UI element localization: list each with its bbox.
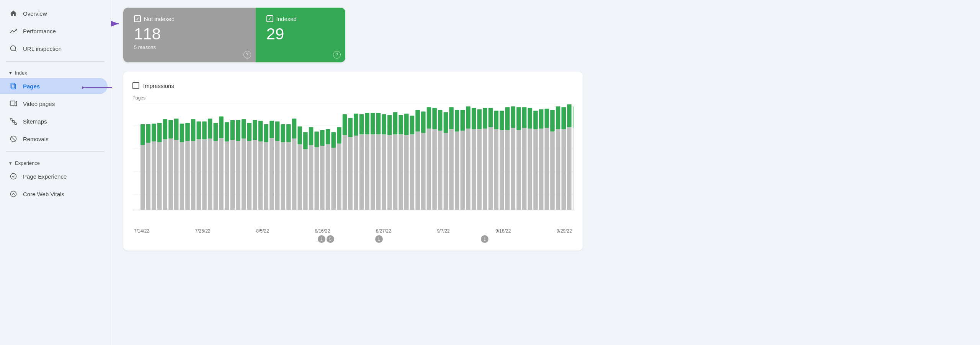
- x-label-7: 9/29/22: [557, 228, 572, 234]
- svg-rect-160: [511, 107, 516, 128]
- svg-rect-179: [567, 127, 572, 210]
- chart-area: 150 100 50 0: [132, 103, 573, 218]
- svg-rect-133: [438, 131, 443, 210]
- sidebar-item-url-inspection[interactable]: URL inspection: [0, 41, 108, 57]
- svg-rect-110: [371, 113, 375, 134]
- svg-rect-36: [163, 119, 168, 139]
- svg-rect-164: [522, 107, 527, 128]
- divider-1: [6, 61, 105, 62]
- badge-1-8-16: 1: [318, 235, 325, 243]
- impressions-checkbox[interactable]: [132, 82, 139, 89]
- svg-rect-102: [348, 118, 353, 137]
- svg-rect-89: [314, 147, 319, 210]
- svg-rect-35: [163, 139, 168, 210]
- svg-point-0: [11, 46, 16, 51]
- svg-rect-34: [157, 123, 162, 142]
- sidebar-item-performance[interactable]: Performance: [0, 23, 108, 39]
- svg-rect-95: [331, 148, 336, 210]
- svg-rect-39: [174, 140, 179, 210]
- svg-rect-180: [567, 104, 572, 127]
- svg-rect-49: [202, 139, 207, 210]
- svg-rect-167: [533, 129, 538, 210]
- svg-rect-79: [286, 142, 291, 210]
- overview-label: Overview: [23, 10, 47, 17]
- svg-rect-148: [477, 109, 482, 129]
- svg-rect-66: [247, 123, 252, 141]
- not-indexed-label-row: Not indexed: [134, 15, 243, 22]
- svg-rect-59: [230, 140, 235, 210]
- annotation-arrow-svg: [111, 19, 121, 28]
- x-axis-labels: 7/14/22 7/25/22 8/5/22 8/16/22 8/27/22 9…: [132, 228, 573, 234]
- indexed-help-button[interactable]: ?: [333, 51, 341, 59]
- svg-rect-82: [292, 119, 297, 138]
- svg-rect-98: [337, 127, 341, 144]
- svg-rect-157: [505, 130, 510, 210]
- not-indexed-label: Not indexed: [144, 16, 175, 22]
- x-label-1: 7/25/22: [195, 228, 211, 234]
- svg-line-9: [11, 120, 13, 121]
- svg-rect-124: [410, 116, 415, 135]
- indexed-check-icon: [266, 15, 273, 22]
- svg-rect-47: [197, 139, 201, 210]
- svg-rect-97: [337, 144, 341, 210]
- not-indexed-count: 118: [134, 25, 243, 43]
- svg-rect-182: [573, 107, 573, 128]
- x-label-6: 9/18/22: [495, 228, 511, 234]
- sitemaps-icon: [9, 117, 18, 125]
- svg-rect-156: [500, 111, 504, 130]
- svg-rect-141: [461, 131, 465, 210]
- annotation-8-16: 1 5: [318, 235, 334, 243]
- svg-rect-154: [494, 111, 499, 130]
- svg-rect-166: [528, 108, 532, 129]
- svg-rect-52: [208, 119, 212, 138]
- x-label-2: 8/5/22: [256, 228, 269, 234]
- svg-rect-37: [168, 139, 173, 210]
- svg-rect-90: [314, 132, 319, 147]
- svg-rect-76: [275, 122, 280, 141]
- svg-rect-177: [562, 129, 566, 210]
- svg-rect-58: [225, 122, 229, 142]
- sidebar-item-overview[interactable]: Overview: [0, 5, 108, 21]
- impressions-row: Impressions: [132, 82, 573, 89]
- svg-rect-131: [432, 129, 437, 210]
- chevron-down-icon-2: ▾: [9, 160, 12, 166]
- svg-rect-142: [461, 110, 465, 131]
- experience-section[interactable]: ▾ Experience: [0, 156, 111, 168]
- svg-rect-42: [180, 124, 185, 142]
- annotation-badges-row: 1 5 1 1: [132, 235, 573, 244]
- svg-rect-81: [292, 139, 297, 210]
- svg-rect-113: [382, 134, 386, 210]
- svg-rect-96: [331, 132, 336, 148]
- svg-rect-138: [449, 107, 454, 129]
- svg-rect-8: [15, 123, 16, 124]
- sidebar-item-removals[interactable]: Removals: [0, 131, 108, 147]
- sidebar-item-video-pages[interactable]: Video pages: [0, 96, 108, 112]
- svg-rect-70: [258, 121, 263, 142]
- svg-rect-144: [466, 107, 470, 129]
- not-indexed-check-icon: [134, 15, 141, 22]
- svg-rect-67: [253, 140, 257, 210]
- svg-rect-108: [365, 113, 369, 134]
- svg-rect-91: [320, 146, 325, 210]
- svg-rect-31: [152, 142, 156, 210]
- svg-rect-77: [281, 142, 285, 210]
- index-section[interactable]: ▾ Index: [0, 65, 111, 77]
- sidebar-item-core-web-vitals[interactable]: Core Web Vitals: [0, 186, 108, 202]
- svg-rect-174: [550, 110, 555, 132]
- svg-rect-140: [455, 110, 459, 132]
- x-label-5: 9/7/22: [437, 228, 449, 234]
- indexed-label-row: Indexed: [266, 15, 335, 22]
- chart-container: Impressions Pages 150 100 50 0: [123, 72, 583, 251]
- svg-rect-137: [449, 129, 454, 210]
- svg-rect-84: [297, 127, 302, 145]
- svg-rect-126: [415, 110, 420, 132]
- sidebar-item-sitemaps[interactable]: Sitemaps: [0, 113, 108, 129]
- svg-rect-27: [140, 145, 145, 210]
- sidebar-item-pages[interactable]: Pages: [0, 78, 108, 94]
- not-indexed-help-button[interactable]: ?: [243, 51, 251, 59]
- svg-rect-172: [545, 109, 549, 128]
- x-label-4: 8/27/22: [376, 228, 391, 234]
- pages-label: Pages: [23, 83, 40, 90]
- svg-rect-132: [432, 108, 437, 129]
- sidebar-item-page-experience[interactable]: Page Experience: [0, 168, 108, 184]
